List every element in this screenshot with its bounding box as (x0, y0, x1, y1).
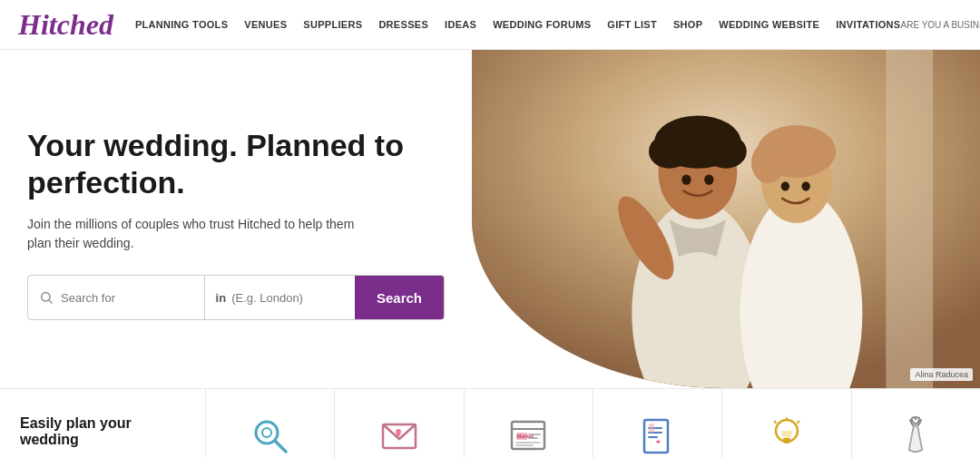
svg-rect-36 (783, 438, 790, 441)
nav-item-suppliers[interactable]: SUPPLIERS (303, 19, 362, 30)
svg-point-8 (705, 134, 747, 168)
location-field: in (205, 276, 355, 319)
nav-item-dresses[interactable]: DRESSES (378, 19, 428, 30)
hero-section: Your wedding. Planned to perfection. Joi… (0, 50, 980, 388)
svg-point-7 (649, 134, 691, 168)
photo-credit: Alina Raducea (910, 368, 973, 381)
invitations-tile[interactable]: Invitations (335, 389, 464, 458)
venues-icon (248, 414, 293, 458)
svg-rect-37 (784, 441, 789, 443)
wedding-website-icon: Married (505, 414, 551, 458)
svg-rect-3 (886, 50, 933, 388)
hero-subtitle: Join the millions of couples who trust H… (27, 215, 372, 253)
svg-point-14 (704, 174, 713, 184)
nav-item-wedding-forums[interactable]: WEDDING FORUMS (493, 19, 591, 30)
dresses-icon (893, 414, 938, 458)
plan-wedding-title: Easily plan your wedding (20, 415, 185, 448)
couple-illustration (472, 50, 980, 388)
invitations-icon-svg (378, 415, 420, 457)
location-input[interactable] (231, 291, 344, 305)
hero-image: Alina Raducea (472, 50, 980, 388)
header-right: ARE YOU A BUSINESS? LOG IN SIGN UP (900, 12, 980, 37)
planning-icon-svg (637, 415, 679, 457)
nav-item-venues[interactable]: VENUES (244, 19, 287, 30)
search-bar: in Search (27, 275, 445, 320)
svg-line-39 (774, 422, 776, 424)
svg-point-12 (751, 142, 785, 184)
nav-item-planning-tools[interactable]: PLANNING TOOLS (135, 19, 228, 30)
venues-icon-svg (250, 415, 291, 457)
biz-text: ARE YOU A BUSINESS? (900, 20, 980, 30)
website-icon-svg: Married (507, 415, 549, 457)
svg-point-20 (262, 428, 271, 437)
nav-item-shop[interactable]: SHOP (673, 19, 702, 30)
nav-item-gift-list[interactable]: GIFT LIST (607, 19, 657, 30)
svg-line-19 (275, 441, 286, 452)
search-icon (39, 290, 54, 305)
nav-item-ideas[interactable]: IDEAS (445, 19, 476, 30)
ideas-icon (764, 414, 809, 458)
location-in-label: in (216, 291, 227, 305)
wedding-website-tile[interactable]: Married Wedding Website (465, 389, 593, 458)
svg-point-15 (781, 181, 789, 190)
site-logo[interactable]: Hitched (18, 8, 113, 42)
svg-point-16 (801, 181, 809, 190)
planning-tools-icon (635, 414, 681, 458)
search-field (28, 276, 205, 319)
invitations-icon (377, 414, 422, 458)
hero-image-inner: Alina Raducea (472, 50, 980, 388)
ideas-icon-svg (766, 415, 808, 457)
hero-title: Your wedding. Planned to perfection. (27, 127, 445, 201)
hero-content: Your wedding. Planned to perfection. Joi… (0, 50, 472, 388)
search-button[interactable]: Search (355, 276, 444, 319)
svg-point-13 (681, 174, 691, 184)
dresses-tile[interactable]: Dresses (852, 389, 980, 458)
plan-wedding-tile[interactable]: Easily plan your wedding Get started › (0, 389, 206, 458)
wedding-venues-tile[interactable]: Wedding Venues (206, 389, 335, 458)
nav-item-invitations[interactable]: INVITATIONS (836, 19, 900, 30)
svg-rect-34 (649, 424, 654, 433)
site-header: Hitched PLANNING TOOLSVENUESSUPPLIERSDRE… (0, 0, 980, 50)
svg-text:Married: Married (517, 434, 534, 439)
main-nav: PLANNING TOOLSVENUESSUPPLIERSDRESSESIDEA… (135, 19, 901, 30)
svg-line-1 (49, 300, 52, 303)
nav-item-wedding-website[interactable]: WEDDING WEBSITE (719, 19, 819, 30)
search-input[interactable] (61, 291, 193, 305)
svg-line-40 (798, 422, 799, 424)
planning-tools-tile[interactable]: Planning Tools (593, 389, 722, 458)
bottom-tiles: Easily plan your wedding Get started › W… (0, 388, 980, 458)
ideas-tile[interactable]: Ideas (722, 389, 851, 458)
dresses-icon-svg (895, 415, 936, 457)
